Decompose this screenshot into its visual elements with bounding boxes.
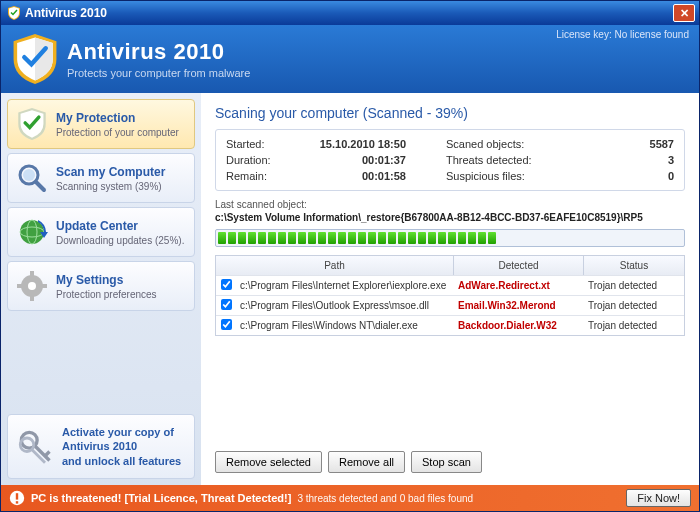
progress-segment bbox=[238, 232, 246, 244]
svg-rect-10 bbox=[17, 284, 23, 288]
sidebar-item-protection[interactable]: My ProtectionProtection of your computer bbox=[7, 99, 195, 149]
row-status: Trojan detected bbox=[584, 297, 684, 314]
license-label: License key: bbox=[556, 29, 612, 40]
magnifier-icon bbox=[16, 162, 48, 194]
fix-now-button[interactable]: Fix Now! bbox=[626, 489, 691, 507]
progress-segment bbox=[448, 232, 456, 244]
remove-selected-button[interactable]: Remove selected bbox=[215, 451, 322, 473]
progress-segment bbox=[378, 232, 386, 244]
progress-segment bbox=[248, 232, 256, 244]
action-bar: Remove selected Remove all Stop scan bbox=[215, 441, 685, 473]
svg-rect-9 bbox=[30, 295, 34, 301]
shield-icon bbox=[13, 34, 57, 84]
row-path: c:\Program Files\Outlook Express\msoe.dl… bbox=[236, 297, 454, 314]
stat-value: 5587 bbox=[556, 138, 674, 150]
sidebar: My ProtectionProtection of your computer… bbox=[1, 93, 201, 485]
header: License key: No license found Antivirus … bbox=[1, 25, 699, 93]
svg-line-14 bbox=[45, 451, 50, 456]
app-window: Antivirus 2010 ✕ License key: No license… bbox=[0, 0, 700, 512]
sidebar-item-settings[interactable]: My SettingsProtection preferences bbox=[7, 261, 195, 311]
svg-rect-11 bbox=[41, 284, 47, 288]
warning-icon bbox=[9, 490, 25, 506]
stat-label: Scaned objects: bbox=[446, 138, 556, 150]
activate-line1: Activate your copy of bbox=[62, 426, 174, 438]
row-status: Trojan detected bbox=[584, 317, 684, 334]
stat-label: Remain: bbox=[226, 170, 306, 182]
stat-value: 15.10.2010 18:50 bbox=[306, 138, 446, 150]
col-path[interactable]: Path bbox=[216, 256, 454, 275]
activate-text: Activate your copy of Antivirus 2010 and… bbox=[62, 425, 181, 468]
license-value: No license found bbox=[615, 29, 690, 40]
progress-segment bbox=[428, 232, 436, 244]
svg-rect-19 bbox=[16, 501, 18, 503]
progress-segment bbox=[228, 232, 236, 244]
activate-panel[interactable]: Activate your copy of Antivirus 2010 and… bbox=[7, 414, 195, 479]
progress-segment bbox=[398, 232, 406, 244]
progress-segment bbox=[338, 232, 346, 244]
keys-icon bbox=[18, 429, 54, 465]
sidebar-item-desc: Protection of your computer bbox=[56, 127, 179, 138]
progress-segment bbox=[408, 232, 416, 244]
stat-label: Duration: bbox=[226, 154, 306, 166]
row-checkbox[interactable] bbox=[221, 319, 232, 330]
row-checkbox-cell bbox=[216, 296, 236, 315]
sidebar-item-label: My Protection bbox=[56, 111, 179, 125]
row-path: c:\Program Files\Windows NT\dialer.exe bbox=[236, 317, 454, 334]
remove-all-button[interactable]: Remove all bbox=[328, 451, 405, 473]
sidebar-item-desc: Scanning system (39%) bbox=[56, 181, 165, 192]
stat-value: 00:01:58 bbox=[306, 170, 446, 182]
window-title: Antivirus 2010 bbox=[25, 6, 671, 20]
progress-segment bbox=[318, 232, 326, 244]
col-status[interactable]: Status bbox=[584, 256, 684, 275]
stat-value: 00:01:37 bbox=[306, 154, 446, 166]
sidebar-item-label: Scan my Computer bbox=[56, 165, 165, 179]
row-checkbox[interactable] bbox=[221, 279, 232, 290]
activate-line2: Antivirus 2010 bbox=[62, 440, 137, 452]
app-subtitle: Protects your computer from malware bbox=[67, 67, 250, 79]
globe-refresh-icon bbox=[16, 216, 48, 248]
row-detected: AdWare.Redirect.xt bbox=[454, 277, 584, 294]
progress-bar bbox=[215, 229, 685, 247]
sidebar-item-scan[interactable]: Scan my ComputerScanning system (39%) bbox=[7, 153, 195, 203]
progress-segment bbox=[488, 232, 496, 244]
table-row[interactable]: c:\Program Files\Internet Explorer\iexpl… bbox=[216, 275, 684, 295]
svg-line-2 bbox=[36, 182, 44, 190]
titlebar[interactable]: Antivirus 2010 ✕ bbox=[1, 1, 699, 25]
row-path: c:\Program Files\Internet Explorer\iexpl… bbox=[236, 277, 454, 294]
status-message: PC is threatened! [Trial Licence, Threat… bbox=[31, 492, 291, 504]
progress-segment bbox=[388, 232, 396, 244]
statusbar: PC is threatened! [Trial Licence, Threat… bbox=[1, 485, 699, 511]
table-row[interactable]: c:\Program Files\Windows NT\dialer.exeBa… bbox=[216, 315, 684, 335]
last-scanned-label: Last scanned object: bbox=[215, 199, 685, 210]
table-header: Path Detected Status bbox=[216, 256, 684, 275]
progress-segment bbox=[418, 232, 426, 244]
app-title: Antivirus 2010 bbox=[67, 39, 250, 65]
app-icon bbox=[7, 6, 21, 20]
sidebar-item-update[interactable]: Update CenterDownloading updates (25%). bbox=[7, 207, 195, 257]
sidebar-item-label: My Settings bbox=[56, 273, 157, 287]
table-row[interactable]: c:\Program Files\Outlook Express\msoe.dl… bbox=[216, 295, 684, 315]
progress-segment bbox=[258, 232, 266, 244]
stat-label: Started: bbox=[226, 138, 306, 150]
progress-segment bbox=[368, 232, 376, 244]
close-button[interactable]: ✕ bbox=[673, 4, 695, 22]
stop-scan-button[interactable]: Stop scan bbox=[411, 451, 482, 473]
progress-segment bbox=[358, 232, 366, 244]
progress-segment bbox=[268, 232, 276, 244]
progress-segment bbox=[298, 232, 306, 244]
progress-segment bbox=[278, 232, 286, 244]
row-checkbox[interactable] bbox=[221, 299, 232, 310]
row-detected: Backdoor.Dialer.W32 bbox=[454, 317, 584, 334]
threats-table: Path Detected Status c:\Program Files\In… bbox=[215, 255, 685, 336]
svg-point-7 bbox=[28, 282, 36, 290]
col-detected[interactable]: Detected bbox=[454, 256, 584, 275]
row-checkbox-cell bbox=[216, 316, 236, 335]
svg-rect-18 bbox=[16, 493, 18, 499]
row-status: Trojan detected bbox=[584, 277, 684, 294]
svg-point-1 bbox=[23, 169, 35, 181]
shield-check-icon bbox=[16, 108, 48, 140]
row-checkbox-cell bbox=[216, 276, 236, 295]
sidebar-item-desc: Protection preferences bbox=[56, 289, 157, 300]
row-detected: Email.Win32.Merond bbox=[454, 297, 584, 314]
body: My ProtectionProtection of your computer… bbox=[1, 93, 699, 485]
